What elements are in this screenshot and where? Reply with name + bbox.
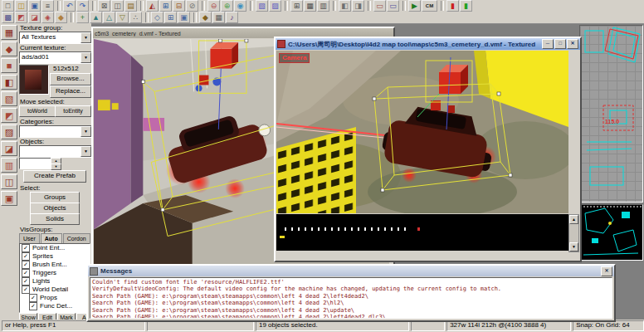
larger-grid-icon[interactable]: ▥ [317, 0, 329, 12]
texture-application-tool-icon[interactable]: ◩ [1, 108, 17, 123]
visgroup-checkbox[interactable]: ✓ [22, 244, 30, 252]
visgroup-row[interactable]: ✓Lights [20, 277, 90, 286]
browse-button[interactable]: Browse... [50, 73, 91, 85]
save-file-icon[interactable]: ▣ [28, 0, 41, 12]
categories-dropdown[interactable]: ▼ [19, 125, 92, 138]
chevron-down-icon[interactable]: ▼ [80, 146, 91, 157]
run-map-icon[interactable]: ▶ [408, 0, 421, 12]
overlay-tool-icon[interactable]: ◆ [55, 12, 67, 23]
scroll-down-icon[interactable]: ▼ [569, 242, 578, 251]
maximize-button[interactable]: □ [554, 39, 566, 49]
select-solids-button[interactable]: Solids [30, 213, 80, 225]
camera-speed-icon[interactable]: ◆ [199, 12, 212, 23]
toggle-grid-icon[interactable]: ⊞ [290, 0, 303, 12]
timeline-bar[interactable] [276, 214, 568, 251]
magnify-tool-icon[interactable]: ◆ [1, 42, 17, 56]
floating-window-titlebar[interactable]: C:\Users\周司明\Desktop\l4d2 map tool\maps\… [276, 38, 580, 50]
hide-selected-icon[interactable]: ⊖ [207, 0, 220, 12]
floating-3d-viewport[interactable]: Camera [276, 51, 568, 213]
copy-icon[interactable]: ◫ [111, 0, 124, 12]
visgroup-checkbox[interactable]: ✓ [29, 294, 37, 302]
right-top-2d-viewport[interactable]: 115.0 [579, 25, 643, 203]
block-tool-icon[interactable]: ▧ [1, 91, 17, 106]
visgroup-row[interactable]: ✓Sprites [20, 252, 90, 261]
select-touching-icon[interactable]: ▧ [256, 0, 268, 12]
map-properties-icon[interactable]: ≡ [41, 0, 54, 12]
close-button[interactable]: ✕ [567, 39, 578, 49]
cm-button-icon[interactable]: CM [422, 0, 437, 12]
minimize-button[interactable]: ─ [542, 39, 554, 49]
selection-tool-icon[interactable]: ▦ [1, 25, 17, 40]
maximize-view-icon[interactable]: ▣ [178, 12, 190, 23]
visgroup-checkbox[interactable]: ✓ [22, 286, 30, 294]
objects-dropdown[interactable]: ▼ [19, 145, 92, 158]
model-fade-icon[interactable]: △ [103, 12, 115, 23]
clipping-tool-icon[interactable]: ◫ [1, 174, 17, 189]
to-entity-button[interactable]: toEntity [55, 105, 91, 117]
cordon-edit-icon[interactable]: ▭ [373, 0, 386, 12]
new-file-icon[interactable]: □ [2, 0, 14, 12]
current-texture-dropdown[interactable]: ads/ad01 ▼ [19, 51, 92, 64]
select-groups-button[interactable]: Groups [30, 192, 80, 203]
visgroup-tab-cordon[interactable]: Cordon [63, 233, 90, 243]
selection-mode-icon[interactable]: ▩ [2, 12, 14, 23]
paste-icon[interactable]: ▤ [124, 0, 137, 12]
save-window-state-icon[interactable]: ◨ [352, 0, 364, 12]
close-button[interactable]: ✕ [601, 266, 612, 276]
chevron-down-icon[interactable]: ▼ [80, 126, 91, 137]
load-window-state-icon[interactable]: ◧ [339, 0, 351, 12]
camera-tool-icon[interactable]: ■ [1, 58, 17, 73]
logical-view-icon[interactable]: ◇ [151, 12, 163, 23]
visgroup-row[interactable]: ✓Triggers [20, 269, 90, 277]
show-all-icon[interactable]: ◉ [234, 0, 246, 12]
apply-decals-icon[interactable]: ◈ [41, 12, 54, 23]
decal-tool-icon[interactable]: ◪ [1, 141, 17, 156]
prefab-angle-input[interactable] [19, 158, 52, 169]
undo-icon[interactable]: ↶ [63, 0, 76, 12]
visgroup-checkbox[interactable]: ✓ [22, 252, 30, 261]
visgroup-row[interactable]: ✓Point Ent... [20, 244, 90, 252]
visgroup-checkbox[interactable]: ✓ [22, 261, 30, 269]
texture-group-dropdown[interactable]: All Textures ▼ [19, 32, 92, 44]
entity-tool-icon[interactable]: ◧ [1, 75, 17, 90]
toggle-helpers-icon[interactable]: + [76, 12, 89, 23]
collision-wireframe-icon[interactable]: ▽ [116, 12, 129, 23]
visgroup-checkbox[interactable]: ✓ [29, 302, 37, 310]
cordon-toggle-icon[interactable]: ▭ [387, 0, 399, 12]
sound-browser-icon[interactable]: ♪ [226, 12, 238, 23]
select-inside-icon[interactable]: ▨ [269, 0, 281, 12]
cut-icon[interactable]: ⊠ [98, 0, 110, 12]
visgroup-row[interactable]: ✓Func Det... [20, 302, 90, 310]
vertex-tool-icon[interactable]: ▣ [1, 191, 17, 206]
visgroup-row[interactable]: ✓Brush Ent... [20, 261, 90, 269]
apply-texture-tool-icon[interactable]: ▨ [1, 124, 17, 139]
group-icon[interactable]: ⊞ [159, 0, 172, 12]
chevron-down-icon[interactable]: ▼ [80, 32, 91, 43]
to-world-button[interactable]: toWorld [19, 105, 56, 117]
visgroup-row[interactable]: ✓Props [20, 294, 90, 302]
hide-unselected-icon[interactable]: ⊕ [221, 0, 233, 12]
open-file-icon[interactable]: ◫ [15, 0, 27, 12]
visgroup-tab-auto[interactable]: Auto [41, 233, 62, 243]
spin-down-icon[interactable]: ▼ [51, 164, 61, 170]
carve-icon[interactable]: ◭ [146, 0, 159, 12]
apply-current-texture-icon[interactable]: ◪ [28, 12, 41, 23]
smaller-grid-icon[interactable]: ▦ [304, 0, 316, 12]
visgroup-checkbox[interactable]: ✓ [22, 277, 30, 286]
visgroup-row[interactable]: ✓World Detail [20, 286, 90, 294]
timeline-scrollbar[interactable]: ▲ ▼ [568, 214, 579, 252]
ungroup-icon[interactable]: ⊟ [173, 0, 185, 12]
autosize-views-icon[interactable]: ⊞ [164, 12, 177, 23]
scroll-up-icon[interactable]: ▲ [569, 215, 578, 224]
replace-button[interactable]: Replace... [50, 85, 91, 98]
chevron-down-icon[interactable]: ▼ [80, 52, 91, 63]
texture-application-icon[interactable]: ◩ [15, 12, 27, 23]
visgroup-list[interactable]: ✓Point Ent...✓Sprites✓Brush Ent...✓Trigg… [19, 243, 90, 313]
compile-indicator-red-icon[interactable]: ▮ [446, 0, 459, 12]
create-prefab-button[interactable]: Create Prefab [23, 170, 86, 183]
right-bottom-2d-viewport[interactable] [579, 204, 643, 261]
compile-indicator-green-icon[interactable]: ▮ [460, 0, 472, 12]
ignore-groups-icon[interactable]: ⊘ [186, 0, 198, 12]
grid-3d-icon[interactable]: ▦ [212, 12, 225, 23]
visgroup-tab-user[interactable]: User [19, 233, 40, 243]
